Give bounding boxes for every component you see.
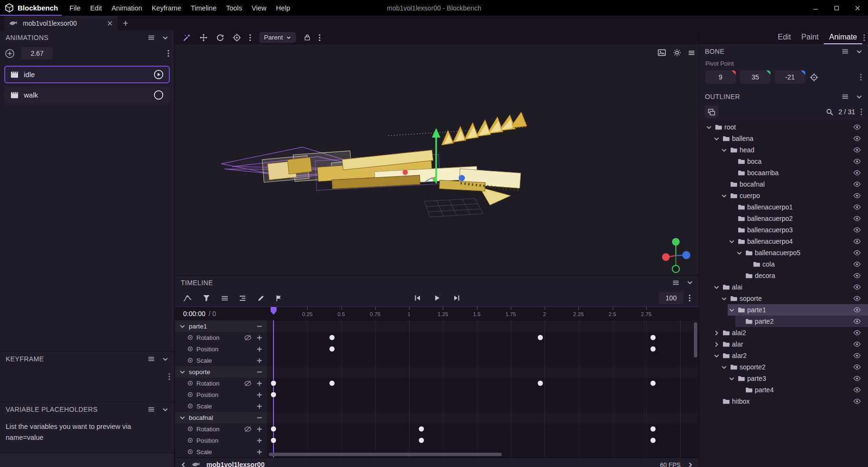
eye-icon[interactable] [853, 136, 861, 141]
add-keyframe-button[interactable] [256, 358, 263, 364]
rotation-space-dropdown[interactable]: Parent [259, 32, 296, 43]
keyframe[interactable] [271, 392, 276, 397]
chevron-down-icon[interactable] [720, 296, 728, 302]
timeline-group-parte1[interactable]: parte1 [175, 320, 699, 332]
chevron-down-icon[interactable] [179, 369, 185, 375]
chevron-down-icon[interactable] [162, 407, 168, 413]
eye-icon[interactable] [853, 296, 861, 301]
toolbar-menu-icon[interactable] [319, 34, 321, 41]
sort-channels-icon[interactable] [239, 295, 246, 302]
eye-icon[interactable] [853, 341, 861, 347]
lighting-icon[interactable] [673, 49, 681, 57]
outliner-node-parte2[interactable]: parte2 [699, 316, 868, 327]
eye-icon[interactable] [853, 284, 861, 290]
chevron-down-icon[interactable] [720, 364, 728, 370]
outliner-node-ballenacuerpo2[interactable]: ballenacuerpo2 [699, 213, 868, 224]
outliner-node-cola[interactable]: cola [699, 258, 868, 270]
jump-to-start-button[interactable] [414, 294, 421, 302]
move-tool-icon[interactable] [199, 33, 208, 42]
outliner-node-decora[interactable]: decora [699, 270, 868, 281]
filter-channels-icon[interactable] [203, 294, 210, 302]
panel-drag-icon[interactable] [842, 93, 848, 100]
timeline-menu-icon[interactable] [689, 294, 691, 302]
add-keyframe-button[interactable] [256, 426, 263, 432]
chevron-down-icon[interactable] [728, 238, 735, 245]
chevron-right-icon[interactable] [712, 341, 720, 348]
timeline-ruler[interactable]: 0:00:00/ 0 0.250.50.7511.251.51.7522.252… [175, 307, 699, 320]
maximize-button[interactable] [826, 0, 847, 16]
bone-menu-icon[interactable] [860, 73, 862, 81]
pivot-x-input[interactable]: 9 [705, 70, 736, 84]
eye-icon[interactable] [853, 193, 861, 199]
chevron-down-icon[interactable] [712, 284, 720, 290]
mode-tab-edit[interactable]: Edit [772, 30, 796, 44]
eye-icon[interactable] [853, 170, 861, 176]
timeline-channel-position[interactable]: Position [175, 343, 699, 355]
eye-icon[interactable] [853, 376, 861, 381]
chevron-down-icon[interactable] [162, 356, 168, 362]
eye-icon[interactable] [853, 364, 861, 370]
panel-drag-icon[interactable] [148, 356, 155, 362]
keyframe[interactable] [271, 381, 276, 386]
outliner-node-bocafnal[interactable]: bocafnal [699, 179, 868, 190]
keyframe[interactable] [419, 427, 424, 432]
timeline-channel-scale[interactable]: Scale [175, 355, 699, 366]
pivot-tool-icon[interactable] [233, 33, 241, 42]
menu-timeline[interactable]: Timeline [186, 1, 221, 15]
timeline-group-bocafnal[interactable]: bocafnal [175, 412, 699, 423]
timeline-channel-rotation[interactable]: Rotation [175, 332, 699, 343]
viewport-3d-scene[interactable] [175, 44, 699, 275]
vertical-scrollbar[interactable] [694, 322, 697, 358]
eye-icon[interactable] [853, 227, 861, 233]
animate-tool-icon[interactable] [183, 33, 191, 42]
timeline-channel-scale[interactable]: Scale [175, 400, 699, 412]
panel-drag-icon[interactable] [148, 406, 155, 413]
outliner-node-cuerpo[interactable]: cuerpo [699, 190, 868, 201]
eye-off-icon[interactable] [244, 335, 252, 341]
eye-icon[interactable] [853, 238, 861, 244]
viewport-3d[interactable] [175, 44, 699, 275]
chevron-down-icon[interactable] [712, 136, 720, 142]
add-keyframe-button[interactable] [256, 346, 263, 352]
viewport-menu-icon[interactable] [688, 49, 695, 57]
marker-flag-icon[interactable] [275, 295, 283, 302]
close-button[interactable] [847, 0, 868, 16]
timeline-channel-rotation[interactable]: Rotation [175, 378, 699, 389]
eye-icon[interactable] [853, 353, 861, 358]
variables-description[interactable]: List the variables you want to preview v… [0, 417, 167, 448]
eye-icon[interactable] [853, 398, 861, 404]
chevron-down-icon[interactable] [728, 376, 735, 382]
keyframe-menu-icon[interactable] [168, 373, 170, 380]
panel-drag-icon[interactable] [148, 34, 155, 41]
animations-menu-icon[interactable] [167, 50, 169, 57]
menu-animation[interactable]: Animation [107, 1, 146, 15]
outliner-node-parte3[interactable]: parte3 [699, 373, 868, 384]
animation-walk[interactable]: walk [4, 86, 170, 104]
outliner-node-hitbox[interactable]: hitbox [699, 396, 868, 407]
keyframe[interactable] [329, 335, 334, 340]
toolbar-menu-icon[interactable] [249, 34, 251, 41]
outliner-node-ballena[interactable]: ballena [699, 133, 868, 144]
outliner-node-boca[interactable]: boca [699, 156, 868, 167]
eye-off-icon[interactable] [244, 426, 252, 432]
menu-tools[interactable]: Tools [221, 1, 247, 15]
outliner-node-alar[interactable]: alar [699, 338, 868, 350]
eye-icon[interactable] [853, 147, 861, 153]
timeline-group-soporte[interactable]: soporte [175, 366, 699, 378]
timeline-channel-rotation[interactable]: Rotation [175, 423, 699, 435]
keyframe[interactable] [651, 335, 656, 340]
menu-edit[interactable]: Edit [85, 1, 107, 15]
new-tab-button[interactable]: + [117, 16, 134, 30]
add-keyframe-button[interactable] [256, 335, 263, 341]
eye-icon[interactable] [853, 216, 861, 221]
fold-group-button[interactable] [256, 323, 263, 329]
keyframe[interactable] [651, 438, 656, 443]
add-animation-button[interactable] [5, 49, 15, 59]
outliner-node-ballenacuerpo1[interactable]: ballenacuerpo1 [699, 201, 868, 213]
add-keyframe-button[interactable] [256, 380, 263, 387]
chevron-right-icon[interactable] [712, 330, 720, 336]
horizontal-scrollbar[interactable] [269, 453, 502, 456]
stop-indicator[interactable] [154, 90, 164, 100]
pivot-z-input[interactable]: -21 [775, 70, 805, 84]
edit-mode-icon[interactable] [257, 295, 264, 302]
